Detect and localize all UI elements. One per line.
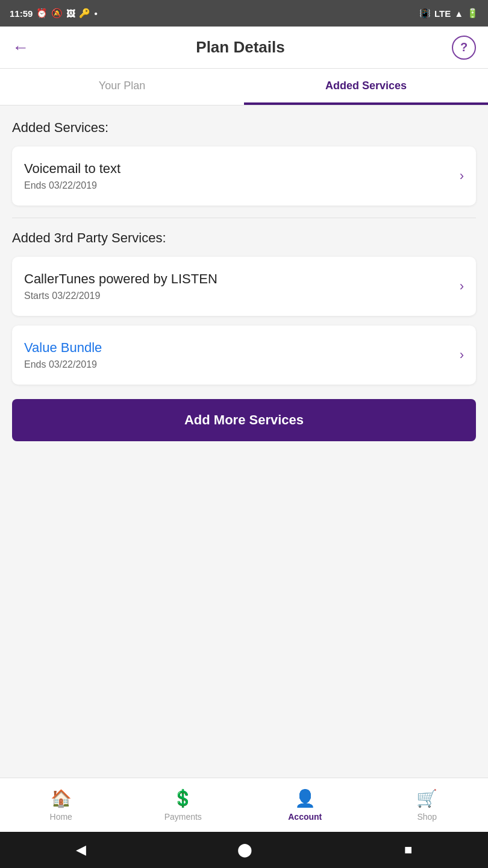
page-title: Plan Details — [196, 38, 284, 57]
status-bar-right: 📳 LTE ▲ 🔋 — [419, 8, 478, 19]
payments-icon: 💲 — [172, 788, 193, 808]
callertunes-card[interactable]: CallerTunes powered by LISTEN Starts 03/… — [12, 257, 476, 316]
alarm-icon: ⏰ — [36, 8, 48, 19]
callertunes-chevron-icon: › — [460, 278, 464, 294]
voicemail-chevron-icon: › — [460, 168, 464, 184]
nav-item-payments[interactable]: 💲 Payments — [122, 788, 245, 822]
section-divider — [12, 218, 476, 218]
main-content: Added Services: Voicemail to text Ends 0… — [0, 105, 488, 778]
added-services-title: Added Services: — [12, 120, 476, 136]
voicemail-date: Ends 03/22/2019 — [24, 180, 120, 191]
shop-icon: 🛒 — [416, 788, 437, 808]
bottom-nav: 🏠 Home 💲 Payments 👤 Account 🛒 Shop — [0, 778, 488, 832]
android-back-button[interactable]: ◀ — [76, 842, 86, 858]
header: ← Plan Details ? — [0, 27, 488, 69]
added-services-section: Added Services: Voicemail to text Ends 0… — [12, 120, 476, 206]
nav-label-account: Account — [288, 812, 322, 822]
added-3rd-party-title: Added 3rd Party Services: — [12, 230, 476, 246]
tab-added-services[interactable]: Added Services — [244, 69, 488, 105]
battery-icon: 🔋 — [467, 8, 478, 19]
android-home-button[interactable]: ⬤ — [237, 842, 252, 858]
help-button[interactable]: ? — [452, 36, 476, 60]
vibrate-icon: 📳 — [419, 8, 431, 19]
status-bar: 11:59 ⏰ 🔕 🖼 🔑 • 📳 LTE ▲ 🔋 — [0, 0, 488, 27]
voicemail-name: Voicemail to text — [24, 161, 120, 177]
status-time: 11:59 — [10, 8, 33, 19]
tabs-bar: Your Plan Added Services — [0, 69, 488, 105]
lte-icon: LTE — [434, 8, 451, 19]
home-icon: 🏠 — [51, 788, 72, 808]
dot-icon: • — [94, 8, 97, 19]
value-bundle-chevron-icon: › — [460, 347, 464, 363]
tab-your-plan[interactable]: Your Plan — [0, 69, 244, 105]
signal-icon: ▲ — [454, 8, 463, 19]
value-bundle-card-info: Value Bundle Ends 03/22/2019 — [24, 340, 102, 370]
value-bundle-name: Value Bundle — [24, 340, 102, 356]
nav-label-payments: Payments — [164, 812, 202, 822]
added-3rd-party-section: Added 3rd Party Services: CallerTunes po… — [12, 230, 476, 441]
nav-item-home[interactable]: 🏠 Home — [0, 788, 122, 822]
badge-icon: 🔑 — [79, 8, 90, 19]
silent-icon: 🔕 — [51, 8, 63, 19]
value-bundle-card[interactable]: Value Bundle Ends 03/22/2019 › — [12, 326, 476, 385]
image-icon: 🖼 — [66, 8, 75, 19]
android-recents-button[interactable]: ■ — [404, 842, 412, 858]
value-bundle-date: Ends 03/22/2019 — [24, 359, 102, 370]
nav-item-account[interactable]: 👤 Account — [244, 788, 366, 822]
callertunes-name: CallerTunes powered by LISTEN — [24, 271, 217, 287]
callertunes-card-info: CallerTunes powered by LISTEN Starts 03/… — [24, 271, 217, 301]
status-bar-left: 11:59 ⏰ 🔕 🖼 🔑 • — [10, 8, 98, 19]
voicemail-card-info: Voicemail to text Ends 03/22/2019 — [24, 161, 120, 191]
android-nav-bar: ◀ ⬤ ■ — [0, 832, 488, 868]
back-button[interactable]: ← — [12, 39, 29, 56]
callertunes-date: Starts 03/22/2019 — [24, 291, 217, 301]
nav-item-shop[interactable]: 🛒 Shop — [366, 788, 489, 822]
account-icon: 👤 — [295, 788, 316, 808]
nav-label-home: Home — [50, 812, 72, 822]
add-more-services-button[interactable]: Add More Services — [12, 399, 476, 441]
nav-label-shop: Shop — [417, 812, 437, 822]
voicemail-card[interactable]: Voicemail to text Ends 03/22/2019 › — [12, 146, 476, 206]
